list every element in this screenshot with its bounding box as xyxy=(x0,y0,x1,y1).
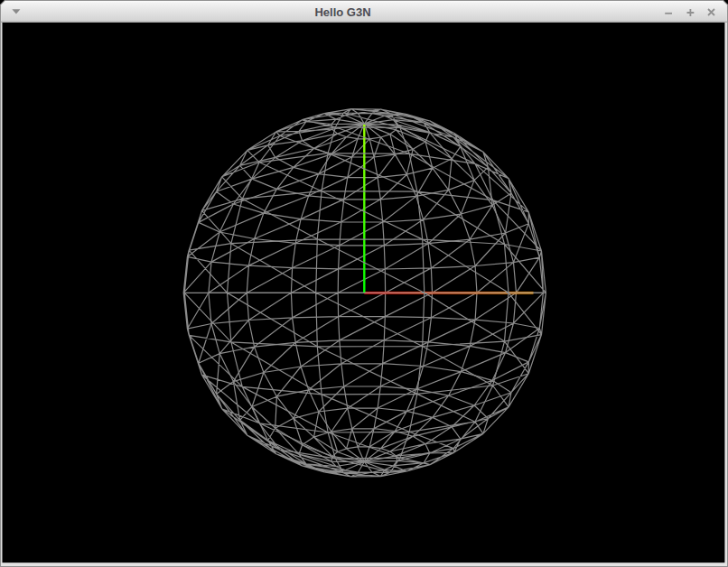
svg-text:Hello G3N: Hello G3N xyxy=(314,5,370,19)
